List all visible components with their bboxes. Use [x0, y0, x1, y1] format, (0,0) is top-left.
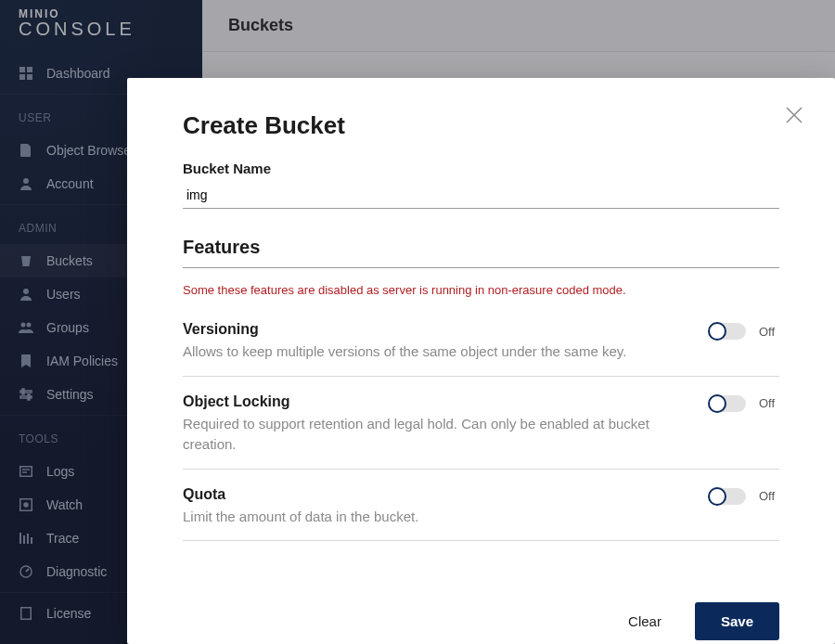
close-icon [784, 105, 804, 125]
sidebar-item-label: Diagnostic [46, 564, 107, 579]
svg-point-6 [21, 323, 26, 328]
object-locking-state: Off [759, 396, 779, 410]
sidebar-item-label: Account [46, 176, 94, 191]
svg-point-4 [23, 178, 29, 184]
svg-point-16 [24, 503, 28, 507]
sidebar-item-label: Buckets [46, 253, 93, 268]
bookmark-icon [19, 354, 33, 368]
settings-icon [19, 387, 33, 402]
versioning-toggle[interactable] [709, 323, 746, 340]
quota-toggle[interactable] [709, 488, 746, 505]
object-locking-toggle[interactable] [709, 395, 746, 412]
feature-desc: Required to support retention and legal … [183, 414, 690, 456]
feature-title: Quota [183, 486, 690, 503]
svg-rect-18 [23, 535, 25, 544]
file-icon [19, 143, 33, 158]
svg-point-5 [23, 289, 29, 294]
clear-button[interactable]: Clear [623, 602, 667, 640]
brand-line2: CONSOLE [19, 19, 184, 40]
svg-rect-20 [31, 537, 32, 544]
sidebar-item-label: Logs [46, 464, 74, 479]
watch-icon [19, 497, 33, 512]
brand-logo: MINIO CONSOLE [0, 0, 202, 57]
quota-state: Off [759, 489, 779, 503]
bucket-icon [19, 253, 33, 268]
feature-desc: Limit the amount of data in the bucket. [183, 507, 690, 528]
feature-desc: Allows to keep multiple versions of the … [183, 341, 690, 363]
create-bucket-modal: Create Bucket Bucket Name Features Some … [127, 78, 835, 644]
feature-title: Versioning [183, 321, 690, 338]
sidebar-item-label: Watch [46, 497, 83, 512]
features-warning: Some these features are disabled as serv… [183, 283, 779, 297]
versioning-state: Off [759, 325, 779, 339]
svg-rect-19 [27, 534, 29, 544]
svg-rect-2 [19, 74, 25, 80]
svg-rect-17 [19, 533, 21, 544]
sidebar-item-label: License [46, 606, 91, 621]
modal-title: Create Bucket [183, 111, 779, 140]
sidebar-item-label: Settings [46, 387, 94, 402]
sidebar-item-label: Dashboard [46, 66, 110, 81]
page-header: Buckets [202, 0, 835, 52]
diagnostic-icon [19, 564, 33, 579]
trace-icon [19, 531, 33, 546]
license-icon [19, 606, 33, 621]
bucket-name-label: Bucket Name [183, 161, 779, 176]
feature-row-object-locking: Object Locking Required to support reten… [183, 377, 779, 470]
sidebar-item-label: Object Browser [46, 143, 135, 158]
features-heading: Features [183, 237, 779, 268]
close-button[interactable] [781, 102, 807, 128]
svg-rect-1 [27, 67, 32, 72]
svg-rect-11 [28, 394, 30, 400]
sidebar-item-label: Groups [46, 320, 89, 335]
feature-title: Object Locking [183, 393, 690, 410]
svg-point-7 [27, 323, 32, 328]
page-title: Buckets [228, 16, 293, 35]
user-icon [19, 287, 33, 302]
feature-row-quota: Quota Limit the amount of data in the bu… [183, 470, 779, 542]
svg-rect-10 [22, 389, 24, 394]
bucket-name-input[interactable] [183, 182, 779, 209]
groups-icon [19, 320, 33, 335]
svg-rect-3 [27, 74, 32, 80]
sidebar-item-label: Trace [46, 531, 79, 546]
save-button[interactable]: Save [695, 602, 779, 640]
sidebar-item-label: Users [46, 287, 81, 302]
sidebar-item-label: IAM Policies [46, 354, 118, 368]
svg-rect-12 [20, 467, 32, 477]
logs-icon [19, 464, 33, 479]
svg-rect-22 [21, 608, 32, 620]
account-icon [19, 176, 33, 191]
svg-rect-0 [19, 67, 25, 72]
feature-row-versioning: Versioning Allows to keep multiple versi… [183, 304, 779, 377]
dashboard-icon [19, 66, 33, 81]
